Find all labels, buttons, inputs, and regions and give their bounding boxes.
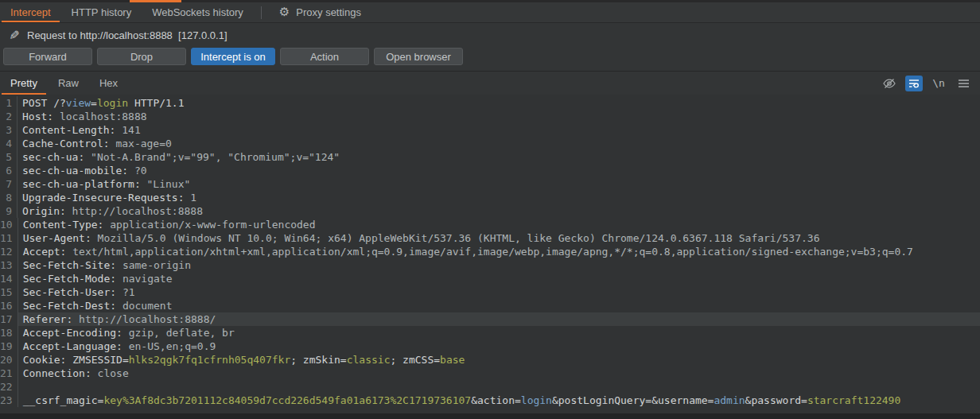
tab-intercept-label: Intercept — [10, 6, 51, 18]
tab-proxy-settings[interactable]: ⚙ Proxy settings — [269, 2, 371, 22]
tab-websockets-history[interactable]: WebSockets history — [142, 2, 254, 22]
line-content: Cache-Control: max-age=0 — [18, 137, 980, 150]
tab-websockets-history-label: WebSockets history — [152, 6, 243, 18]
gear-icon: ⚙ — [279, 6, 290, 18]
soft-wrap-icon[interactable] — [905, 76, 923, 91]
line-content: __csrf_magic=key%3Af8dc3b7201112c84059d7… — [18, 394, 980, 407]
line-content — [18, 380, 980, 394]
code-line[interactable]: 22 — [0, 380, 980, 394]
code-line[interactable]: 10Content-Type: application/x-www-form-u… — [0, 218, 980, 231]
line-content: Referer: http://localhost:8888/ — [18, 312, 980, 326]
action-button[interactable]: Action — [280, 48, 369, 65]
code-line[interactable]: 19Accept-Language: en-US,en;q=0.9 — [0, 339, 980, 353]
eye-slash-icon[interactable] — [881, 76, 898, 91]
code-line[interactable]: 16Sec-Fetch-Dest: document — [0, 299, 980, 312]
proxy-tabbar: Intercept HTTP history WebSockets histor… — [0, 2, 980, 23]
editor-icon-group: \n — [881, 72, 980, 95]
intercept-toolbar: Forward Drop Intercept is on Action Open… — [0, 48, 980, 71]
drop-button[interactable]: Drop — [97, 48, 186, 65]
line-number: 8 — [0, 191, 18, 204]
line-number: 20 — [0, 353, 18, 367]
line-number: 18 — [0, 326, 18, 339]
tab-proxy-settings-label: Proxy settings — [296, 6, 361, 18]
line-number: 16 — [0, 299, 18, 312]
code-area[interactable]: 1POST /?view=login HTTP/1.12Host: localh… — [0, 95, 980, 413]
line-content: Host: localhost:8888 — [18, 110, 980, 123]
tab-raw[interactable]: Raw — [48, 72, 89, 95]
line-number: 2 — [0, 110, 18, 123]
pencil-icon: ✎ — [6, 28, 22, 43]
code-line[interactable]: 8Upgrade-Insecure-Requests: 1 — [0, 191, 980, 204]
newline-glyph: \n — [932, 77, 945, 89]
line-number: 14 — [0, 272, 18, 285]
line-content: Cookie: ZMSESSID=hlks2qgk7fq1cfrnh05q407… — [18, 353, 980, 367]
code-line[interactable]: 3Content-Length: 141 — [0, 123, 980, 137]
tab-pretty[interactable]: Pretty — [0, 72, 48, 95]
line-number: 10 — [0, 218, 18, 231]
tab-http-history-label: HTTP history — [72, 6, 132, 18]
line-number: 21 — [0, 367, 18, 380]
line-content: sec-ch-ua-platform: "Linux" — [18, 177, 980, 191]
line-content: Content-Length: 141 — [18, 123, 980, 137]
code-line[interactable]: 17Referer: http://localhost:8888/ — [0, 312, 980, 326]
line-content: Sec-Fetch-Dest: document — [18, 299, 980, 312]
code-line[interactable]: 13Sec-Fetch-Site: same-origin — [0, 258, 980, 272]
line-content: Accept-Language: en-US,en;q=0.9 — [18, 339, 980, 353]
tab-hex[interactable]: Hex — [89, 72, 128, 95]
line-content: Sec-Fetch-User: ?1 — [18, 285, 980, 299]
line-content: Accept: text/html,application/xhtml+xml,… — [18, 245, 980, 258]
line-number: 1 — [0, 96, 18, 110]
tab-raw-label: Raw — [58, 77, 79, 89]
message-editor: Pretty Raw Hex — [0, 71, 980, 413]
line-content: Content-Type: application/x-www-form-url… — [18, 218, 980, 231]
line-number: 7 — [0, 177, 18, 191]
request-info-text: Request to http://localhost:8888 [127.0.… — [27, 29, 228, 41]
line-number: 5 — [0, 150, 18, 164]
code-line[interactable]: 18Accept-Encoding: gzip, deflate, br — [0, 326, 980, 339]
code-line[interactable]: 11User-Agent: Mozilla/5.0 (Windows NT 10… — [0, 231, 980, 245]
forward-button[interactable]: Forward — [3, 48, 92, 65]
line-number: 12 — [0, 245, 18, 258]
code-line[interactable]: 9Origin: http://localhost:8888 — [0, 204, 980, 218]
line-content: Connection: close — [18, 367, 980, 380]
line-content: Upgrade-Insecure-Requests: 1 — [18, 191, 980, 204]
code-line[interactable]: 5sec-ch-ua: "Not-A.Brand";v="99", "Chrom… — [0, 150, 980, 164]
intercept-toggle-button[interactable]: Intercept is on — [191, 48, 275, 65]
line-number: 3 — [0, 123, 18, 137]
tab-pretty-label: Pretty — [10, 77, 37, 89]
line-content: sec-ch-ua: "Not-A.Brand";v="99", "Chromi… — [18, 150, 980, 164]
code-line[interactable]: 4Cache-Control: max-age=0 — [0, 137, 980, 150]
code-line[interactable]: 7sec-ch-ua-platform: "Linux" — [0, 177, 980, 191]
tab-http-history[interactable]: HTTP history — [61, 2, 142, 22]
hamburger-menu-icon[interactable] — [955, 76, 972, 91]
line-number: 19 — [0, 339, 18, 353]
line-content: Sec-Fetch-Site: same-origin — [18, 258, 980, 272]
code-line[interactable]: 1POST /?view=login HTTP/1.1 — [0, 96, 980, 110]
line-content: User-Agent: Mozilla/5.0 (Windows NT 10.0… — [18, 231, 980, 245]
line-number: 6 — [0, 164, 18, 177]
code-line[interactable]: 15Sec-Fetch-User: ?1 — [0, 285, 980, 299]
tab-intercept[interactable]: Intercept — [0, 2, 61, 22]
line-content: Origin: http://localhost:8888 — [18, 204, 980, 218]
code-line[interactable]: 20Cookie: ZMSESSID=hlks2qgk7fq1cfrnh05q4… — [0, 353, 980, 367]
line-number: 23 — [0, 394, 18, 407]
line-content: sec-ch-ua-mobile: ?0 — [18, 164, 980, 177]
code-line[interactable]: 6sec-ch-ua-mobile: ?0 — [0, 164, 980, 177]
line-number: 4 — [0, 137, 18, 150]
code-line[interactable]: 14Sec-Fetch-Mode: navigate — [0, 272, 980, 285]
line-content: Accept-Encoding: gzip, deflate, br — [18, 326, 980, 339]
code-line[interactable]: 23__csrf_magic=key%3Af8dc3b7201112c84059… — [0, 394, 980, 407]
tab-hex-label: Hex — [99, 77, 118, 89]
code-line[interactable]: 12Accept: text/html,application/xhtml+xm… — [0, 245, 980, 258]
code-line[interactable]: 21Connection: close — [0, 367, 980, 380]
tabbar-separator — [261, 6, 262, 19]
code-line[interactable]: 2Host: localhost:8888 — [0, 110, 980, 123]
request-info-bar: ✎ Request to http://localhost:8888 [127.… — [0, 23, 980, 48]
open-browser-button[interactable]: Open browser — [374, 48, 463, 65]
line-number: 11 — [0, 231, 18, 245]
line-content: Sec-Fetch-Mode: navigate — [18, 272, 980, 285]
editor-tabbar: Pretty Raw Hex — [0, 72, 980, 95]
newline-characters-icon[interactable]: \n — [930, 76, 947, 91]
window-bottom-edge — [0, 413, 980, 419]
line-number: 22 — [0, 380, 18, 394]
